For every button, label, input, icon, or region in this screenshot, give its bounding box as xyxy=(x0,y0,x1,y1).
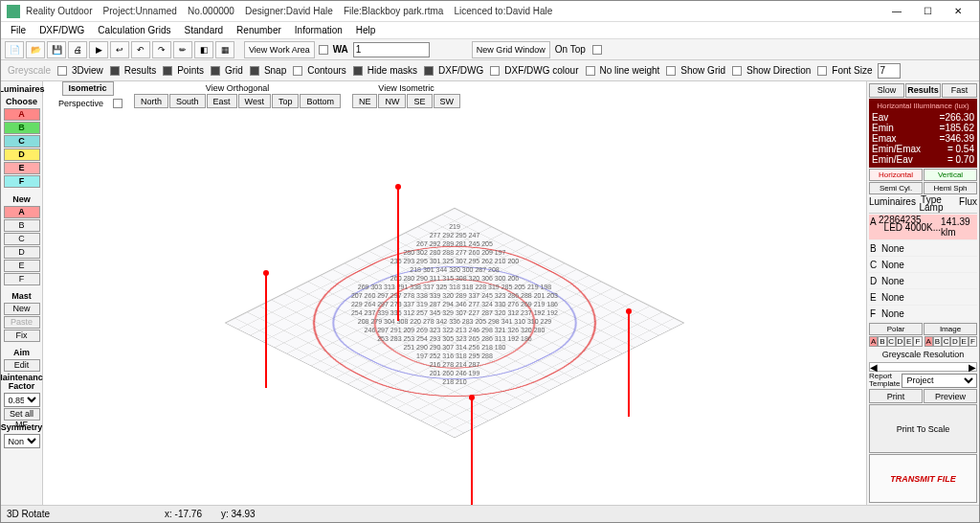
undo-icon[interactable]: ↶ xyxy=(131,41,150,58)
north-button[interactable]: North xyxy=(134,94,168,108)
wa-input[interactable] xyxy=(353,42,430,57)
new-f[interactable]: F xyxy=(4,273,40,285)
choose-a[interactable]: A xyxy=(4,108,40,121)
new-b[interactable]: B xyxy=(4,219,40,232)
dxf-colour-label: DXF/DWG colour xyxy=(501,65,581,76)
font-size-input[interactable] xyxy=(878,63,901,79)
menu-calc-grids[interactable]: Calculation Grids xyxy=(92,24,176,36)
new-c[interactable]: C xyxy=(4,233,40,245)
edit-button[interactable]: Edit xyxy=(4,359,40,372)
greyscale-check[interactable] xyxy=(57,66,67,76)
transmit-button[interactable]: TRANSMIT FILE xyxy=(869,454,977,503)
new-e[interactable]: E xyxy=(4,260,40,272)
no-line-weight-check[interactable] xyxy=(666,66,676,76)
close-button[interactable]: ✕ xyxy=(943,2,973,21)
points-check[interactable] xyxy=(211,66,220,76)
print-scale-button[interactable]: Print To Scale xyxy=(869,404,977,453)
lum-row-a[interactable]: A 22864235 LED 4000K... 141.39 klm xyxy=(869,215,977,240)
choose-b[interactable]: B xyxy=(4,122,40,134)
menu-renumber[interactable]: Renumber xyxy=(231,24,287,36)
font-size-label: Font Size xyxy=(829,65,875,76)
snap-check[interactable] xyxy=(293,66,302,76)
tool-icon[interactable]: 📄 xyxy=(5,41,24,58)
choose-d[interactable]: D xyxy=(4,148,40,161)
south-button[interactable]: South xyxy=(169,94,206,108)
ne-button[interactable]: NE xyxy=(352,94,378,108)
menu-help[interactable]: Help xyxy=(350,24,382,36)
tool-icon[interactable]: ▦ xyxy=(215,41,234,58)
polar-tab[interactable]: Polar xyxy=(869,323,923,335)
tool-icon[interactable]: ✏ xyxy=(173,41,192,58)
points-label: Points xyxy=(174,65,207,76)
report-template-select[interactable]: Project xyxy=(902,374,977,388)
results-tab[interactable]: Results xyxy=(905,83,941,98)
choose-e[interactable]: E xyxy=(4,162,40,174)
choose-f[interactable]: F xyxy=(4,175,40,188)
dxf-colour-check[interactable] xyxy=(586,66,595,76)
lum-row-e[interactable]: ENone xyxy=(869,290,977,306)
mast-new-button[interactable]: New xyxy=(4,303,40,315)
report-template-label: Report Template xyxy=(869,373,900,388)
paste-button[interactable]: Paste xyxy=(4,316,40,329)
perspective-check[interactable] xyxy=(113,99,122,108)
set-all-mf-button[interactable]: Set all MF xyxy=(4,408,40,421)
hemi-sph-tab[interactable]: Hemi Sph xyxy=(924,182,977,194)
west-button[interactable]: West xyxy=(238,94,271,108)
menu-information[interactable]: Information xyxy=(289,24,348,36)
print-button[interactable]: Print xyxy=(869,389,923,403)
menu-dxf[interactable]: DXF/DWG xyxy=(33,24,90,36)
show-direction-check[interactable] xyxy=(817,66,827,76)
contours-check[interactable] xyxy=(353,66,363,76)
preview-button[interactable]: Preview xyxy=(924,389,977,403)
symmetry-select[interactable]: None xyxy=(4,434,40,448)
choose-c[interactable]: C xyxy=(4,135,40,148)
new-a[interactable]: A xyxy=(4,206,40,218)
tool-icon[interactable]: ↩ xyxy=(110,41,129,58)
hide-masks-check[interactable] xyxy=(424,66,434,76)
tool-icon[interactable]: 🖨 xyxy=(68,41,87,58)
semi-cyl-tab[interactable]: Semi Cyl. xyxy=(869,182,923,194)
results-check[interactable] xyxy=(163,66,172,76)
on-top-check[interactable] xyxy=(592,45,602,55)
menu-standard[interactable]: Standard xyxy=(179,24,230,36)
fast-tab[interactable]: Fast xyxy=(942,83,977,98)
tool-icon[interactable]: ▶ xyxy=(89,41,108,58)
isometric-button[interactable]: Isometric xyxy=(62,81,114,96)
no-line-weight-label: No line weight xyxy=(597,65,663,76)
image-tab[interactable]: Image xyxy=(924,323,977,335)
bottom-button[interactable]: Bottom xyxy=(300,94,341,108)
lum-row-c[interactable]: CNone xyxy=(869,258,977,273)
greyscale-slider[interactable]: ◀▶ xyxy=(869,362,977,372)
horizontal-tab[interactable]: Horizontal xyxy=(869,169,923,181)
view-work-area-check[interactable] xyxy=(319,45,328,55)
new-d[interactable]: D xyxy=(4,246,40,259)
east-button[interactable]: East xyxy=(207,94,237,108)
tool-icon[interactable]: ◧ xyxy=(194,41,213,58)
slow-tab[interactable]: Slow xyxy=(869,83,904,98)
top-button[interactable]: Top xyxy=(272,94,300,108)
redo-icon[interactable]: ↷ xyxy=(152,41,171,58)
3dview-check[interactable] xyxy=(110,66,120,76)
polar-letters[interactable]: ABCDEF xyxy=(869,336,923,347)
show-grid-check[interactable] xyxy=(732,66,742,76)
lum-row-f[interactable]: FNone xyxy=(869,307,977,322)
nw-button[interactable]: NW xyxy=(378,94,406,108)
lum-row-d[interactable]: DNone xyxy=(869,274,977,289)
image-letters[interactable]: ABCDEF xyxy=(924,336,978,347)
tool-icon[interactable]: 💾 xyxy=(47,41,66,58)
menu-file[interactable]: File xyxy=(5,24,32,36)
mf-select[interactable]: 0.85 xyxy=(4,393,40,407)
fix-button[interactable]: Fix xyxy=(4,330,40,342)
se-button[interactable]: SE xyxy=(407,94,432,108)
canvas-3d-view[interactable]: 219 277 292 295 247 267 292 289 281 245 … xyxy=(43,110,866,505)
vertical-tab[interactable]: Vertical xyxy=(924,169,977,181)
tool-icon[interactable]: 📂 xyxy=(26,41,45,58)
new-grid-button[interactable]: New Grid Window xyxy=(472,41,550,58)
minimize-button[interactable]: — xyxy=(881,2,912,21)
grid-check[interactable] xyxy=(250,66,259,76)
sw-button[interactable]: SW xyxy=(434,94,461,108)
dxf-check[interactable] xyxy=(490,66,500,76)
view-work-area-button[interactable]: View Work Area xyxy=(244,41,315,58)
maximize-button[interactable]: ☐ xyxy=(912,2,943,21)
lum-row-b[interactable]: BNone xyxy=(869,241,977,257)
